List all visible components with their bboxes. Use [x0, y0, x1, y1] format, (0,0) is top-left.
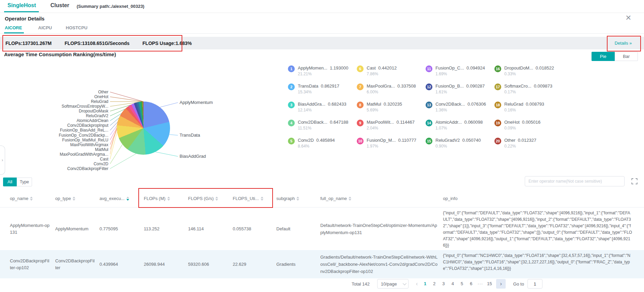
- legend-value: 0.647188: [330, 120, 348, 125]
- pie-chart[interactable]: [117, 102, 170, 155]
- page-button-15[interactable]: 15: [485, 279, 494, 289]
- pie-view-button[interactable]: Pie: [592, 52, 615, 61]
- legend-item-3[interactable]: 3BiasAddGra... 0.68243312.14%: [288, 102, 357, 120]
- filter-tab-type[interactable]: Type: [17, 178, 32, 186]
- page-button-2[interactable]: 2: [430, 279, 439, 289]
- rank-badge: 12: [426, 83, 432, 90]
- col-header-flops_util[interactable]: FLOPS_Uti...: [233, 189, 276, 208]
- cell-avg_execution: 0.439964: [99, 250, 144, 278]
- legend-item-13[interactable]: 13Conv2DBack... 0.0763061.36%: [426, 102, 494, 120]
- legend-percent: 15.34%: [298, 90, 339, 94]
- col-header-flops_m[interactable]: FLOPs (M): [144, 189, 188, 208]
- pie-label: MatMul: [0, 147, 108, 152]
- legend-text: FusionOp_C... 0.0949241.69%: [435, 65, 485, 76]
- legend-item-18[interactable]: 18ReluGrad 0.0087930.16%: [494, 102, 563, 120]
- goto-page-input[interactable]: [527, 279, 542, 289]
- pie-label-list: OtherOneHotReluGradSoftmaxCrossEntropyW.…: [0, 0, 108, 177]
- legend-item-9[interactable]: 9MaxPoolWit... 0.1144672.04%: [357, 120, 426, 138]
- legend-item-20[interactable]: 20Other 0.0123270.22%: [494, 138, 563, 156]
- sort-icon[interactable]: [30, 197, 33, 201]
- pie-legend: 1ApplyMomen... 1.19300021.21%2TransData …: [288, 65, 563, 156]
- col-header-op_type[interactable]: op_type: [55, 189, 99, 208]
- legend-text: Cast 0.4420127.86%: [367, 65, 397, 76]
- rank-badge: 2: [288, 83, 295, 90]
- legend-item-15[interactable]: 15ReluGradV2 0.0507400.90%: [426, 138, 494, 156]
- operator-search-input[interactable]: [525, 176, 625, 186]
- pie-label: OneHot: [0, 94, 108, 99]
- cell-full_op_name: Gradients/Default/network-TrainOneStepCe…: [320, 250, 443, 278]
- fullscreen-icon[interactable]: [631, 178, 638, 184]
- legend-value: 0.442012: [378, 65, 397, 71]
- legend-item-4[interactable]: 4Conv2DBack... 0.64718811.51%: [288, 120, 357, 138]
- legend-op-name: BiasAddGra...: [298, 102, 325, 107]
- sort-icon[interactable]: [126, 197, 129, 201]
- operator-details-page: SingleHost Cluster (Summary path:./alexn…: [0, 0, 644, 292]
- legend-percent: 0.16%: [504, 108, 544, 112]
- sort-icon[interactable]: [296, 197, 299, 201]
- pie-label: Conv2D: [0, 162, 108, 166]
- legend-value: 0.076306: [467, 102, 486, 107]
- next-page-button[interactable]: ›: [496, 279, 506, 289]
- legend-item-12[interactable]: 12FusionOp_B... 0.0902871.61%: [426, 83, 494, 102]
- flops-usage: FLOPS Usage:1.683%: [142, 41, 192, 46]
- details-link[interactable]: Details »: [607, 36, 640, 50]
- sidebar-expand-handle[interactable]: ›: [0, 145, 5, 175]
- col-header-avg_execution[interactable]: avg_execu...: [99, 189, 144, 208]
- cell-op_type: Conv2DBackpropFilter: [55, 250, 99, 278]
- legend-value: 0.682433: [328, 102, 346, 107]
- table-row: Conv2DBackpropFilter-op102Conv2DBackprop…: [0, 250, 644, 278]
- table-row: ApplyMomentum-op131ApplyMomentum0.775095…: [0, 208, 644, 250]
- sort-icon[interactable]: [167, 197, 170, 201]
- col-header-subgraph[interactable]: subgraph: [276, 189, 320, 208]
- page-button-6[interactable]: 6: [466, 279, 476, 289]
- cell-flops_util: 0.055738: [233, 208, 276, 250]
- legend-percent: 8.64%: [298, 144, 335, 149]
- col-header-op_name[interactable]: op_name: [0, 189, 55, 208]
- legend-op-name: Other: [504, 138, 516, 143]
- sort-icon[interactable]: [215, 197, 218, 201]
- legend-item-14[interactable]: 14AtomicAddr... 0.0600981.07%: [426, 120, 494, 138]
- prev-page-button[interactable]: ‹: [416, 281, 418, 287]
- page-size-select[interactable]: 10/page: [377, 279, 409, 289]
- legend-text: ApplyMomen... 1.19300021.21%: [298, 65, 348, 76]
- legend-item-19[interactable]: 19OneHot 0.0050160.09%: [494, 120, 563, 138]
- legend-item-7[interactable]: 7MaxPoolGra... 0.3375086.00%: [357, 83, 426, 102]
- legend-item-8[interactable]: 8MatMul 0.3202355.69%: [357, 102, 426, 120]
- legend-item-2[interactable]: 2TransData 0.86291715.34%: [288, 83, 357, 102]
- pie-label: FusionOp_MatMul_ReLU: [0, 138, 108, 142]
- page-ellipsis: ···: [476, 279, 485, 289]
- pie-label: MaxPoolWithArgmax: [0, 142, 108, 147]
- legend-item-11[interactable]: 11FusionOp_C... 0.0949241.69%: [426, 65, 494, 83]
- legend-text: Conv2DBack... 0.64718811.51%: [298, 120, 348, 130]
- close-icon[interactable]: ×: [626, 13, 631, 22]
- legend-item-17[interactable]: 17SoftmaxCro... 0.0098730.17%: [494, 83, 563, 102]
- legend-text: ReluGrad 0.0087930.16%: [504, 102, 544, 112]
- page-button-5[interactable]: 5: [457, 279, 466, 289]
- legend-percent: 0.33%: [504, 72, 554, 76]
- col-header-flops_gs[interactable]: FLOPS (G/s): [188, 189, 233, 208]
- pie-label: FusionOp_BiasAdd_ReL...: [0, 128, 108, 133]
- bar-view-button[interactable]: Bar: [615, 52, 638, 61]
- cell-avg_execution: 0.775095: [99, 208, 144, 250]
- legend-text: MatMul 0.3202355.69%: [367, 102, 402, 112]
- legend-value: 0.060098: [464, 120, 483, 125]
- filter-tab-all[interactable]: All: [3, 178, 17, 186]
- page-button-3[interactable]: 3: [439, 279, 448, 289]
- legend-item-16[interactable]: 16DropoutDoM... 0.0185220.33%: [494, 65, 563, 83]
- page-button-1[interactable]: 1: [420, 279, 430, 289]
- legend-item-10[interactable]: 10FusionOp_M... 0.1107771.97%: [357, 138, 426, 156]
- legend-item-5[interactable]: 5Conv2D 0.4858948.64%: [288, 138, 357, 156]
- page-button-4[interactable]: 4: [448, 279, 457, 289]
- sort-icon[interactable]: [261, 197, 263, 201]
- legend-item-1[interactable]: 1ApplyMomen... 1.19300021.21%: [288, 65, 357, 83]
- legend-op-name: Conv2DBack...: [435, 102, 465, 107]
- legend-item-6[interactable]: 6Cast 0.4420127.86%: [357, 65, 426, 83]
- operator-table: op_nameop_typeavg_execu...FLOPs (M)FLOPS…: [0, 189, 644, 278]
- rank-badge: 6: [357, 65, 364, 72]
- sort-icon[interactable]: [73, 197, 75, 201]
- col-header-full_op_name[interactable]: full_op_name: [320, 189, 443, 208]
- legend-percent: 21.21%: [298, 72, 348, 76]
- legend-percent: 7.86%: [367, 72, 397, 76]
- total-count-label: Total 142: [352, 281, 370, 287]
- sort-icon[interactable]: [349, 197, 351, 201]
